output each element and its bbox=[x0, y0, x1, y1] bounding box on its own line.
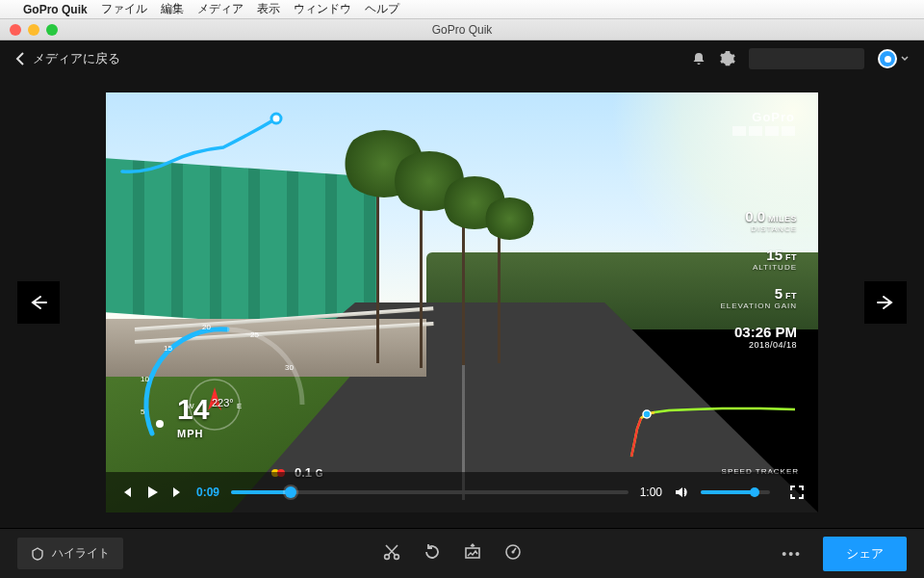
current-time: 0:09 bbox=[196, 486, 219, 499]
telemetry-panel: 0.0MILES DISTANCE 15FT ALTITUDE 5FT ELEV… bbox=[721, 208, 798, 363]
telemetry-elevation-gain: 5FT ELEVATION GAIN bbox=[721, 285, 798, 310]
next-media-button[interactable] bbox=[864, 281, 907, 324]
svg-point-17 bbox=[512, 550, 515, 553]
menubar-app-name[interactable]: GoPro Quik bbox=[23, 3, 88, 16]
window-titlebar: GoPro Quik bbox=[0, 19, 924, 40]
search-field[interactable] bbox=[749, 48, 864, 69]
speed-value: 14 MPH bbox=[177, 395, 209, 441]
gps-track-overlay bbox=[117, 104, 310, 191]
app-header: メディアに戻る bbox=[0, 40, 924, 77]
volume-icon[interactable] bbox=[674, 485, 689, 500]
highlight-button[interactable]: ハイライト bbox=[17, 538, 123, 569]
frame-grab-button[interactable] bbox=[463, 542, 482, 565]
svg-text:5: 5 bbox=[141, 407, 145, 416]
bottom-toolbar: ハイライト ••• シェア bbox=[0, 528, 924, 578]
share-button[interactable]: シェア bbox=[823, 537, 907, 571]
svg-point-13 bbox=[385, 554, 390, 559]
telemetry-distance: 0.0MILES DISTANCE bbox=[721, 208, 798, 233]
svg-text:25: 25 bbox=[250, 330, 259, 339]
highlight-icon bbox=[31, 547, 44, 561]
speed-gauge: 5 10 15 20 25 30 W E 223° 14 MPH bbox=[123, 299, 325, 462]
trim-button[interactable] bbox=[382, 542, 401, 565]
video-viewport[interactable]: GoPro 5 10 15 20 25 30 bbox=[106, 92, 818, 512]
media-stage: GoPro 5 10 15 20 25 30 bbox=[0, 77, 924, 528]
prev-media-button[interactable] bbox=[17, 281, 60, 324]
player-controls: 0:09 1:00 bbox=[106, 472, 818, 512]
mac-menubar: GoPro Quik ファイル 編集 メディア 表示 ウィンドウ ヘルプ bbox=[0, 0, 924, 19]
more-button[interactable]: ••• bbox=[782, 546, 802, 562]
fullscreen-button[interactable] bbox=[789, 485, 805, 500]
back-to-media-button[interactable]: メディアに戻る bbox=[15, 50, 120, 67]
menu-media[interactable]: メディア bbox=[197, 1, 244, 17]
speed-tracker-graph: SPEED TRACKER bbox=[626, 395, 799, 462]
svg-point-12 bbox=[643, 410, 651, 418]
menu-view[interactable]: 表示 bbox=[257, 1, 280, 17]
window-title: GoPro Quik bbox=[0, 23, 924, 37]
chevron-down-icon bbox=[901, 56, 909, 62]
avatar-icon bbox=[878, 49, 897, 68]
play-button[interactable] bbox=[144, 485, 160, 500]
volume-slider[interactable] bbox=[701, 490, 770, 494]
svg-point-1 bbox=[156, 420, 164, 428]
menu-help[interactable]: ヘルプ bbox=[365, 1, 399, 17]
gauges-button[interactable] bbox=[503, 542, 523, 565]
svg-point-0 bbox=[271, 114, 281, 123]
notifications-icon[interactable] bbox=[691, 51, 706, 66]
duration: 1:00 bbox=[640, 486, 662, 499]
rotate-button[interactable] bbox=[423, 542, 442, 565]
menu-file[interactable]: ファイル bbox=[101, 1, 147, 17]
svg-text:10: 10 bbox=[141, 375, 149, 383]
gopro-logo: GoPro bbox=[732, 110, 795, 136]
menu-edit[interactable]: 編集 bbox=[161, 1, 184, 17]
telemetry-altitude: 15FT ALTITUDE bbox=[721, 247, 798, 272]
seek-bar[interactable] bbox=[231, 490, 629, 494]
heading-value: 223° bbox=[212, 397, 234, 408]
chevron-left-icon bbox=[15, 52, 25, 66]
svg-text:15: 15 bbox=[164, 344, 172, 353]
svg-text:30: 30 bbox=[285, 363, 294, 372]
svg-text:E: E bbox=[237, 402, 242, 410]
next-frame-button[interactable] bbox=[171, 486, 185, 499]
account-menu[interactable] bbox=[878, 49, 909, 68]
svg-text:20: 20 bbox=[202, 323, 211, 331]
menu-window[interactable]: ウィンドウ bbox=[294, 1, 351, 17]
settings-icon[interactable] bbox=[720, 51, 735, 66]
prev-frame-button[interactable] bbox=[119, 486, 133, 499]
telemetry-time: 03:26 PM 2018/04/18 bbox=[721, 324, 798, 350]
back-label: メディアに戻る bbox=[33, 50, 120, 67]
svg-point-14 bbox=[395, 554, 399, 559]
